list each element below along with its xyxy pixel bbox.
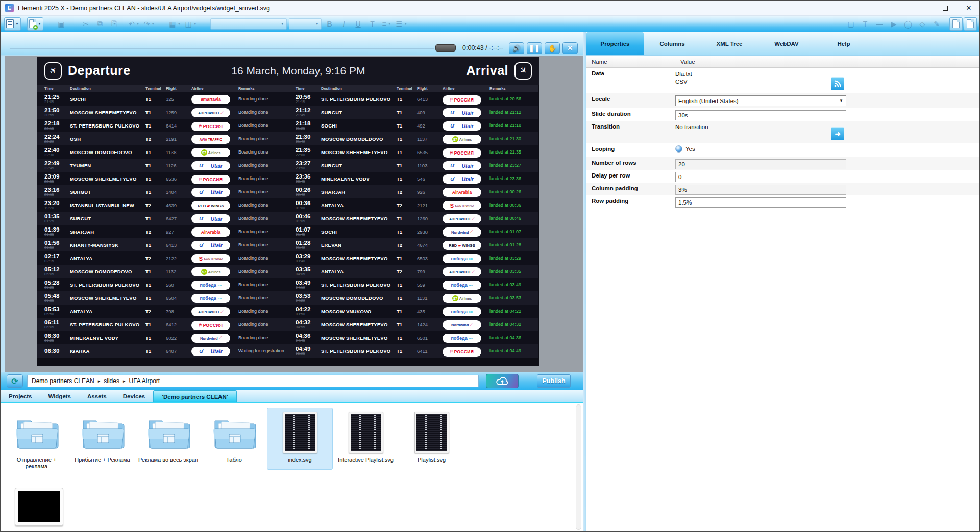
panel-tab-columns[interactable]: Columns <box>644 32 701 55</box>
airline-logo: победа»» <box>443 333 489 343</box>
board-column-header: Terminal <box>145 86 166 91</box>
looping-radio[interactable] <box>675 145 682 153</box>
redo-button[interactable]: ↷▼ <box>142 17 157 31</box>
list-button[interactable]: ☰▼ <box>395 17 409 31</box>
line-tool-button[interactable]: — <box>873 17 886 31</box>
flight-number-cell: 6022 <box>166 335 191 341</box>
copy-button[interactable]: ⧉ <box>93 17 107 31</box>
text-tool-button[interactable]: T <box>859 17 872 31</box>
preview-canvas[interactable]: ✈ Departure 16 March, Monday, 9:16 PM Ar… <box>1 56 583 372</box>
paste-button[interactable]: ⎘ <box>108 17 121 31</box>
flight-row: 22:1822:15ST. PETERSBURG PULKOVOT16414⛿Р… <box>37 119 288 132</box>
library-tab--demo-partners-clean-[interactable]: 'Demo partners CLEAN' <box>153 390 236 402</box>
file-browser-scrollbar[interactable] <box>576 404 581 530</box>
panel-tab-help[interactable]: Help <box>815 32 872 55</box>
file-item--[interactable]: Табло <box>201 408 267 470</box>
column-padding-input[interactable]: 3% <box>675 185 846 195</box>
panel-splitter[interactable] <box>583 32 586 532</box>
row-padding-input[interactable]: 1.5% <box>675 197 846 208</box>
number-of-rows-input[interactable]: 20 <box>675 159 846 169</box>
new-document-button[interactable]: +▼ <box>27 17 43 31</box>
remarks-cell: landed at 21:35 <box>489 149 538 155</box>
pause-button[interactable]: ❚❚ <box>527 42 542 54</box>
breadcrumb-segment[interactable]: slides <box>104 377 119 385</box>
flight-row: 23:0922:55MOSCOW SHEREMETYEVOT16536⛿РОСС… <box>37 172 288 185</box>
flight-number-cell: 6413 <box>166 242 191 248</box>
terminal-cell: T1 <box>397 123 417 129</box>
seek-thumb[interactable] <box>435 44 456 52</box>
flight-row: 01:2801:40EREVANT24674RED▰WINGSlanded at… <box>288 238 538 251</box>
destination-cell: SOCHI <box>321 229 397 235</box>
pen-tool-button[interactable]: ✎ <box>930 17 943 31</box>
breadcrumb[interactable]: Demo partners CLEAN▸slides▸UFA Airport <box>27 375 479 387</box>
align-button[interactable]: ≡▼ <box>380 17 394 31</box>
remarks-cell: Boarding done <box>238 110 288 115</box>
ellipse-tool-button[interactable]: ◯ <box>901 17 915 31</box>
seek-track[interactable] <box>10 48 434 49</box>
cut-button[interactable]: ✂ <box>79 17 92 31</box>
volume-button[interactable]: 🔊 <box>509 42 524 54</box>
save-button[interactable]: ▣ <box>55 17 68 31</box>
undo-button[interactable]: ↶▼ <box>127 17 141 31</box>
refresh-button[interactable]: ⟳ <box>7 374 23 388</box>
flight-row: 06:3006:25MINERALNYE VODYT16022Nordwind⟋… <box>37 331 288 344</box>
file-item-index-svg[interactable]: index.svg <box>267 408 333 470</box>
maximize-button[interactable] <box>934 1 957 16</box>
file-item-playlist-svg[interactable]: Playlist.svg <box>399 408 464 470</box>
library-tab-projects[interactable]: Projects <box>1 390 40 402</box>
terminal-cell: T1 <box>145 295 166 301</box>
time-cell: 21:3522:00 <box>296 147 321 157</box>
shape-tool-button[interactable]: ◇ <box>916 17 929 31</box>
panel-tab-webdav[interactable]: WebDAV <box>758 32 815 55</box>
airline-logo: S7 Airlines <box>443 293 489 303</box>
app-window: { "window": { "title": "Elementi 2025 X … <box>0 0 980 532</box>
remarks-cell: landed at 21:18 <box>489 123 538 128</box>
file-item--[interactable]: Реклама во весь экран <box>135 408 201 470</box>
document-preview-button[interactable] <box>964 17 977 31</box>
time-cell: 21:1821:25 <box>296 121 321 130</box>
bold-button[interactable]: B <box>323 17 336 31</box>
library-tab-devices[interactable]: Devices <box>115 390 153 402</box>
cloud-upload-button[interactable] <box>486 374 519 388</box>
destination-cell: MOSCOW SHEREMETYEVO <box>321 335 397 341</box>
library-tab-assets[interactable]: Assets <box>79 390 115 402</box>
time-cell: 21:5020:55 <box>44 108 70 117</box>
italic-button[interactable]: I <box>337 17 351 31</box>
departure-plane-icon: ✈ <box>44 62 62 80</box>
layout-button[interactable]: ◫▼ <box>183 17 198 31</box>
font-family-select[interactable]: ▼ <box>210 18 287 30</box>
file-item-screen[interactable] <box>15 488 63 526</box>
close-preview-button[interactable]: ✕ <box>562 42 578 54</box>
data-feed-icon[interactable] <box>831 77 844 90</box>
flight-number-cell: 546 <box>417 176 443 182</box>
main-menu-button[interactable]: ▼ <box>4 17 21 31</box>
text-style-button[interactable]: T <box>366 17 379 31</box>
image-tool-button[interactable]: ▢ <box>844 17 857 31</box>
property-name: Number of rows <box>586 157 675 166</box>
media-tool-button[interactable]: ▶ <box>887 17 900 31</box>
close-button[interactable]: ✕ <box>957 1 980 16</box>
library-tab-widgets[interactable]: Widgets <box>40 390 79 402</box>
hand-tool-button[interactable]: ✋ <box>545 42 560 54</box>
publish-button[interactable]: Publish <box>537 374 571 388</box>
file-item--[interactable]: Прибытие + Реклама <box>69 408 135 470</box>
file-item-interactive-playlist-svg[interactable]: Interactive Playlist.svg <box>333 408 399 470</box>
flight-row: 04:2203:50MOSCOW VNUKOVOT1435победа»»lan… <box>288 305 538 318</box>
breadcrumb-segment[interactable]: Demo partners CLEAN <box>32 377 94 385</box>
file-label: Прибытие + Реклама <box>75 457 130 463</box>
breadcrumb-segment[interactable]: UFA Airport <box>129 377 160 385</box>
underline-button[interactable]: U <box>352 17 365 31</box>
insert-button[interactable]: ▦▼ <box>167 17 182 31</box>
panel-tab-properties[interactable]: Properties <box>586 32 644 55</box>
panel-tab-xml-tree[interactable]: XML Tree <box>701 32 758 55</box>
file-item--[interactable]: Отправление + реклама <box>4 408 69 470</box>
delay-per-row-input[interactable]: 0 <box>675 172 846 182</box>
locale-dropdown[interactable]: English (United States)▼ <box>675 95 846 106</box>
document-source-button[interactable] <box>949 17 963 31</box>
font-size-select[interactable]: ▼ <box>289 18 322 30</box>
minimize-button[interactable] <box>910 1 934 16</box>
transition-arrow-icon[interactable]: ➜ <box>831 127 844 140</box>
flight-board: ✈ Departure 16 March, Monday, 9:16 PM Ar… <box>37 57 539 366</box>
flight-row: 03:5304:20MOSCOW DOMODEDOVOT11131S7 Airl… <box>288 291 538 305</box>
slide-duration-input[interactable]: 30s <box>675 110 846 120</box>
